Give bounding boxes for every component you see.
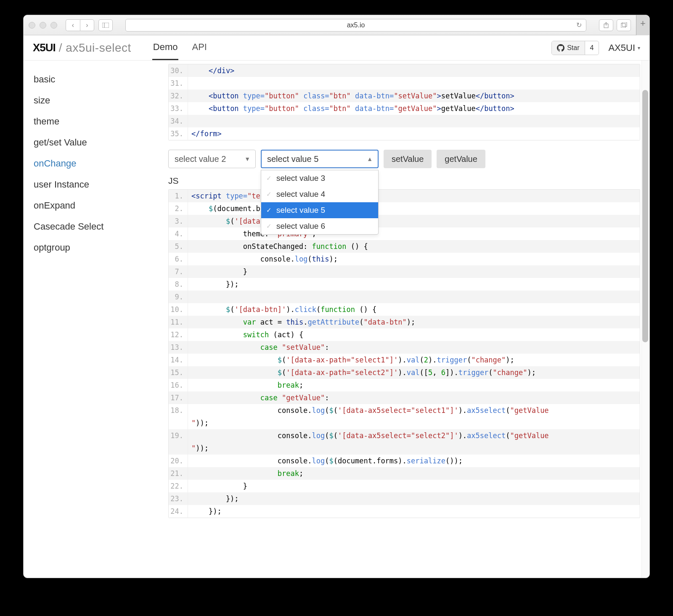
- line-number: 5.: [169, 240, 188, 253]
- dropdown-option[interactable]: ✓select value 4: [261, 186, 378, 202]
- tabs-button[interactable]: [617, 19, 631, 31]
- sidebar-item-optgroup[interactable]: optgroup: [30, 237, 152, 258]
- new-tab-button[interactable]: +: [636, 15, 649, 35]
- select2-dropdown: ✓select value 3 ✓select value 4 ✓select …: [261, 170, 379, 235]
- line-number: 2.: [169, 202, 188, 215]
- getvalue-button[interactable]: getValue: [437, 150, 485, 168]
- browser-chrome: ‹ › ax5.io ↻: [24, 15, 636, 35]
- refresh-icon[interactable]: ↻: [576, 21, 582, 29]
- option-label: select value 5: [276, 206, 325, 215]
- line-number: 20.: [169, 455, 188, 467]
- line-number: 14.: [169, 354, 188, 366]
- zoom-dot[interactable]: [50, 22, 57, 29]
- sidebar-item-onchange[interactable]: onChange: [30, 153, 152, 174]
- main-content: 30. </div> 31. 32. <button type="button"…: [159, 61, 649, 578]
- line-number: 33.: [169, 102, 188, 115]
- close-dot[interactable]: [29, 22, 35, 29]
- line-number: 32.: [169, 90, 188, 102]
- nav-buttons: ‹ ›: [66, 19, 94, 31]
- sidebar-item-basic[interactable]: basic: [30, 69, 152, 90]
- check-icon: ✓: [266, 190, 273, 198]
- sidebar-item-size[interactable]: size: [30, 90, 152, 111]
- line-number: 1.: [169, 190, 188, 202]
- minimize-dot[interactable]: [40, 22, 46, 29]
- demo-controls: select value 2 ▼ select value 5 ▲ ✓selec…: [168, 150, 640, 168]
- tab-api[interactable]: API: [191, 35, 207, 60]
- check-icon: ✓: [266, 174, 273, 182]
- dropdown-option[interactable]: ✓select value 5: [261, 202, 378, 218]
- traffic-lights: [29, 22, 61, 29]
- check-icon: ✓: [266, 222, 273, 230]
- line-number: 13.: [169, 341, 188, 354]
- select1-value: select value 2: [175, 154, 226, 164]
- chevron-up-icon: ▲: [367, 156, 373, 162]
- chevron-down-icon: ▼: [244, 156, 250, 162]
- line-number: 6.: [169, 253, 188, 265]
- check-icon: ✓: [266, 206, 273, 214]
- svg-rect-4: [621, 24, 625, 28]
- sidebar-item-cascade[interactable]: Casecade Select: [30, 216, 152, 237]
- dropdown-option[interactable]: ✓select value 6: [261, 218, 378, 234]
- header-tabs: Demo API: [152, 35, 208, 60]
- caret-down-icon: ▾: [638, 45, 640, 51]
- line-number: 22.: [169, 480, 188, 492]
- sidebar-toggle-button[interactable]: [98, 19, 113, 31]
- line-number: 10.: [169, 303, 188, 316]
- line-number: 7.: [169, 265, 188, 278]
- tab-demo[interactable]: Demo: [152, 35, 179, 60]
- line-number: 9.: [169, 291, 188, 303]
- browser-window: ‹ › ax5.io ↻ + X5UI: [23, 15, 650, 578]
- select2-value: select value 5: [267, 154, 318, 164]
- select1[interactable]: select value 2 ▼: [168, 150, 256, 168]
- address-bar[interactable]: ax5.io ↻: [125, 19, 586, 32]
- line-number: 35.: [169, 127, 188, 140]
- option-label: select value 6: [276, 222, 325, 231]
- svg-rect-0: [102, 23, 109, 28]
- line-number: 30.: [169, 64, 188, 77]
- setvalue-button[interactable]: setValue: [384, 150, 432, 168]
- github-star[interactable]: Star 4: [551, 41, 599, 55]
- back-button[interactable]: ‹: [66, 19, 80, 31]
- sidebar-item-theme[interactable]: theme: [30, 111, 152, 132]
- page-header: X5UI / ax5ui-select Demo API Star 4 AX5U…: [24, 35, 649, 61]
- dropdown-option[interactable]: ✓select value 3: [261, 170, 378, 186]
- share-button[interactable]: [599, 19, 613, 31]
- code-block-js: 1.<script type="te 2. $(document.b 3. $(…: [168, 189, 640, 518]
- line-number: 19.: [169, 429, 188, 455]
- line-number: 3.: [169, 215, 188, 227]
- scrollbar-thumb[interactable]: [642, 90, 648, 342]
- address-url: ax5.io: [347, 21, 365, 29]
- select2[interactable]: select value 5 ▲: [261, 150, 379, 168]
- line-number: 15.: [169, 366, 188, 379]
- line-number: 12.: [169, 328, 188, 341]
- option-label: select value 3: [276, 174, 325, 183]
- line-number: 16.: [169, 379, 188, 391]
- logo[interactable]: X5UI / ax5ui-select: [33, 41, 131, 55]
- option-label: select value 4: [276, 190, 325, 199]
- line-number: 31.: [169, 77, 188, 90]
- svg-rect-5: [622, 22, 627, 26]
- line-number: 34.: [169, 115, 188, 127]
- brand-label: AX5UI: [608, 42, 635, 53]
- line-number: 24.: [169, 505, 188, 518]
- line-number: 23.: [169, 492, 188, 505]
- sidebar-item-onexpand[interactable]: onExpand: [30, 195, 152, 216]
- logo-mark: X5UI: [33, 41, 56, 54]
- github-star-label: Star: [567, 44, 579, 52]
- brand-dropdown[interactable]: AX5UI ▾: [608, 42, 640, 53]
- logo-sub: / ax5ui-select: [59, 41, 131, 55]
- sidebar-item-getset[interactable]: get/set Value: [30, 132, 152, 153]
- code-block-html: 30. </div> 31. 32. <button type="button"…: [168, 64, 640, 140]
- line-number: 18.: [169, 404, 188, 429]
- scrollbar-track[interactable]: [641, 61, 649, 578]
- github-star-count: 4: [585, 44, 599, 52]
- js-heading: JS: [168, 176, 640, 186]
- line-number: 11.: [169, 316, 188, 328]
- line-number: 21.: [169, 467, 188, 480]
- line-number: 17.: [169, 391, 188, 404]
- sidebar-item-userinstance[interactable]: user Instance: [30, 174, 152, 195]
- line-number: 4.: [169, 227, 188, 240]
- forward-button[interactable]: ›: [80, 19, 94, 31]
- github-icon: [557, 44, 564, 52]
- sidebar: basic size theme get/set Value onChange …: [24, 61, 159, 578]
